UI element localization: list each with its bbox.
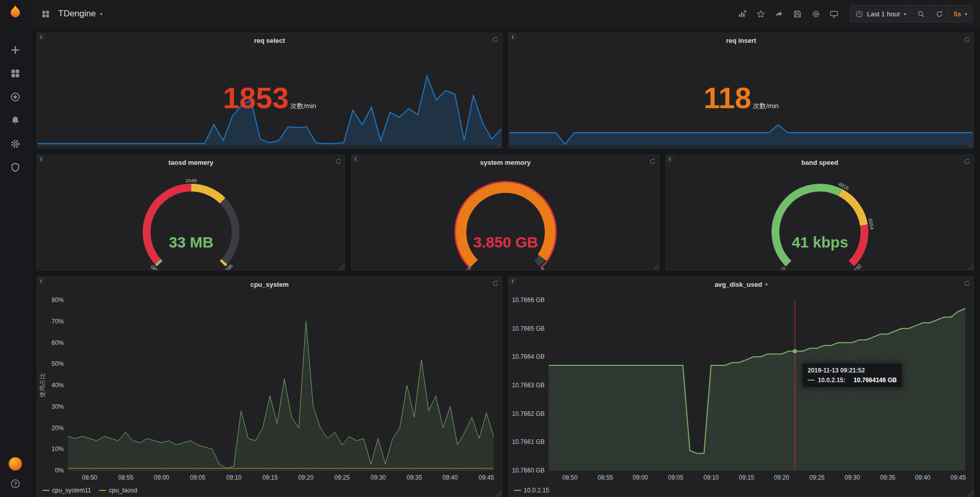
- panel-taosd-memory: i taosd memery 0802048409633 MB: [37, 155, 345, 270]
- panel-title[interactable]: system memory: [352, 155, 659, 169]
- help-icon: ?: [10, 479, 20, 489]
- star-icon: [756, 10, 765, 18]
- navbar-left: TDengine ▾: [38, 6, 103, 21]
- timeseries-chart[interactable]: 10.7660 GB10.7661 GB10.7662 GB10.7663 GB…: [509, 291, 973, 496]
- timeseries-chart[interactable]: 0%10%20%30%40%50%60%70%80%08:5008:5509:0…: [37, 291, 502, 496]
- panel-title[interactable]: cpu_system: [37, 277, 502, 291]
- svg-text:0: 0: [780, 265, 786, 270]
- panel-loading-icon: [649, 158, 656, 165]
- svg-text:?: ?: [14, 481, 17, 487]
- panel-title[interactable]: avg_disk_used ▾: [509, 277, 973, 291]
- dashboard-picker-button[interactable]: [38, 6, 53, 21]
- dashboard-title: TDengine: [58, 9, 96, 19]
- help-button[interactable]: ?: [10, 479, 20, 489]
- svg-text:10.7661 GB: 10.7661 GB: [512, 438, 545, 445]
- panel-info-icon[interactable]: i: [37, 33, 45, 41]
- explore-button[interactable]: [10, 92, 20, 102]
- svg-text:09:15: 09:15: [739, 474, 754, 481]
- add-panel-button[interactable]: [734, 6, 750, 21]
- legend-item[interactable]: 10.0.2.15: [514, 487, 549, 494]
- refresh-button[interactable]: [930, 6, 948, 22]
- graph-legend: cpu_system11cpu_taosd: [42, 487, 137, 494]
- svg-text:41 kbps: 41 kbps: [792, 234, 848, 251]
- grafana-logo[interactable]: [7, 4, 23, 22]
- server-admin-button[interactable]: [10, 162, 20, 172]
- panel-info-icon[interactable]: i: [666, 155, 674, 163]
- alerting-button[interactable]: [10, 115, 20, 126]
- svg-text:10.7664 GB: 10.7664 GB: [512, 353, 545, 360]
- panel-info-icon[interactable]: i: [509, 33, 517, 41]
- svg-text:09:20: 09:20: [774, 474, 789, 481]
- gauge-chart: 0802048409633 MB: [134, 177, 249, 271]
- panel-info-icon[interactable]: i: [37, 277, 45, 285]
- legend-item[interactable]: cpu_taosd: [99, 487, 137, 494]
- svg-text:09:40: 09:40: [443, 474, 458, 481]
- panel-title[interactable]: taosd memery: [37, 155, 345, 169]
- zoom-out-button[interactable]: [912, 6, 930, 22]
- svg-text:09:20: 09:20: [298, 474, 313, 481]
- dashboard-title-dropdown[interactable]: TDengine ▾: [58, 9, 103, 19]
- clock-icon: [855, 10, 863, 18]
- sparkline-chart: [38, 69, 501, 146]
- create-button[interactable]: [10, 45, 20, 55]
- navbar: TDengine ▾: [31, 0, 980, 28]
- panel-info-icon[interactable]: i: [509, 277, 517, 285]
- gauge-chart: 049166554819241 kbps: [763, 177, 877, 271]
- dashboards-button[interactable]: [10, 68, 20, 79]
- svg-text:08:50: 08:50: [562, 474, 578, 481]
- tooltip-series-label: 10.0.2.15:: [818, 377, 845, 384]
- sidebar-nav: [10, 45, 20, 172]
- panel-title[interactable]: req insert: [509, 33, 973, 47]
- share-button[interactable]: [771, 6, 787, 21]
- legend-swatch: [99, 490, 106, 491]
- panel-title[interactable]: req select: [37, 33, 502, 47]
- sparkline-chart: [509, 69, 973, 146]
- svg-text:09:40: 09:40: [915, 474, 930, 481]
- legend-item[interactable]: cpu_system11: [42, 487, 91, 494]
- legend-swatch: [42, 490, 50, 491]
- svg-text:09:35: 09:35: [407, 474, 422, 481]
- panel-band-speed: i band speed 049166554819241 kbps: [666, 155, 974, 270]
- svg-text:08:55: 08:55: [598, 474, 613, 481]
- panel-system-memory: i system memory 043.850 GB: [351, 155, 659, 270]
- grid-icon: [41, 10, 50, 18]
- svg-text:60%: 60%: [52, 339, 64, 346]
- legend-label: cpu_taosd: [109, 487, 137, 494]
- panel-info-icon[interactable]: i: [352, 155, 359, 163]
- save-button[interactable]: [790, 6, 805, 21]
- panel-title[interactable]: band speed: [666, 155, 973, 169]
- chevron-down-icon: ▾: [765, 282, 768, 287]
- svg-text:10.7662 GB: 10.7662 GB: [512, 410, 545, 417]
- svg-text:08:55: 08:55: [118, 474, 133, 481]
- graph-tooltip: 2019-11-13 09:21:52 10.0.2.15: 10.766414…: [802, 363, 902, 388]
- refresh-interval-picker[interactable]: 5s ▾: [948, 6, 973, 22]
- add-panel-icon: [738, 10, 747, 18]
- avatar: [9, 457, 22, 470]
- panel-req-select: i req select 1853 次数/min: [37, 33, 502, 148]
- dashboard-settings-button[interactable]: [808, 6, 823, 21]
- cycle-view-button[interactable]: [826, 6, 842, 21]
- monitor-icon: [829, 10, 839, 18]
- svg-text:10.7663 GB: 10.7663 GB: [512, 382, 545, 389]
- svg-text:2048: 2048: [185, 177, 197, 183]
- tooltip-series: 10.0.2.15: 10.7664146 GB: [807, 377, 897, 384]
- panel-info-icon[interactable]: i: [37, 155, 45, 163]
- panel-loading-icon: [492, 280, 499, 287]
- svg-text:09:15: 09:15: [262, 474, 278, 481]
- user-avatar[interactable]: [9, 457, 22, 470]
- star-button[interactable]: [753, 6, 768, 21]
- svg-text:09:00: 09:00: [633, 474, 648, 481]
- svg-text:6554: 6554: [867, 218, 874, 230]
- svg-text:10%: 10%: [52, 445, 64, 453]
- svg-text:10.7660 GB: 10.7660 GB: [512, 467, 545, 474]
- sidebar-bottom: ?: [9, 457, 22, 489]
- svg-text:40%: 40%: [52, 382, 64, 389]
- svg-text:33 MB: 33 MB: [168, 234, 213, 251]
- gear-icon: [10, 139, 20, 149]
- dashboard-grid: i req select 1853 次数/min i req insert: [31, 28, 980, 497]
- sidebar: ?: [0, 0, 31, 497]
- panel-loading-icon: [964, 158, 970, 165]
- refresh-icon: [936, 10, 943, 18]
- time-range-picker[interactable]: Last 1 hour ▾: [850, 6, 911, 22]
- configuration-button[interactable]: [10, 139, 20, 149]
